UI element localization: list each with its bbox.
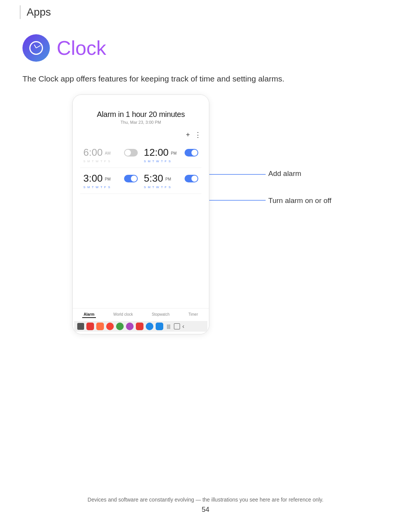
callout-turn-alarm-label: Turn alarm on or off (268, 197, 331, 204)
toggle-knob-3 (131, 176, 137, 182)
nav-home-icon (174, 323, 180, 329)
alarm-item-1: 6:00 AM S M T W T F S (80, 142, 141, 168)
app-icon-8 (156, 323, 163, 330)
alarm-toggle-1[interactable] (124, 149, 138, 157)
alarm-days-4: S M T W T F S (144, 185, 198, 189)
alarm-time-4: 5:30 (144, 173, 163, 184)
alarm-ampm-4: PM (166, 177, 171, 181)
screen-inner: Alarm in 1 hour 20 minutes Thu, Mar 23, … (73, 95, 209, 308)
clock-hand-minute-icon (36, 45, 41, 48)
toggle-knob-1 (125, 150, 131, 156)
alarm-time-row-4: 5:30 PM (144, 173, 198, 184)
alarm-ampm-2: PM (171, 151, 177, 155)
clock-app-icon (22, 34, 50, 62)
tab-world-clock[interactable]: World clock (112, 312, 135, 318)
toggle-knob-2 (191, 150, 198, 156)
spacer (80, 194, 201, 217)
alarm-days-3: S M T W T F S (83, 185, 138, 189)
page-footer: Devices and software are constantly evol… (0, 497, 411, 514)
page-title-section: Clock (22, 34, 106, 62)
breadcrumb-divider (20, 5, 21, 19)
callout-add-alarm-label: Add alarm (268, 169, 301, 178)
alarm-ampm-3: PM (105, 177, 111, 181)
alarm-banner: Alarm in 1 hour 20 minutes Thu, Mar 23, … (80, 104, 201, 128)
alarm-item-4: 5:30 PM S M T W T F S (141, 168, 201, 194)
alarm-time-1: 6:00 (83, 147, 103, 158)
tab-timer[interactable]: Timer (187, 312, 199, 318)
alarm-grid: 6:00 AM S M T W T F S (80, 142, 201, 194)
page-description: The Clock app offers features for keepin… (22, 74, 284, 83)
clock-icon-face (29, 41, 43, 55)
breadcrumb: Apps (20, 5, 51, 19)
app-icon-3 (106, 323, 114, 330)
app-icon-5 (126, 323, 134, 330)
footer-note: Devices and software are constantly evol… (0, 497, 411, 503)
alarm-time-3: 3:00 (83, 173, 103, 184)
app-icons-row: ||| ‹ (74, 321, 207, 332)
alarm-item-2: 12:00 PM S M T W T F S (141, 142, 201, 168)
app-icon-1 (86, 323, 94, 330)
alarm-item-3: 3:00 PM S M T W T F S (80, 168, 141, 194)
nav-back-icon: ‹ (182, 323, 184, 330)
app-icon-7 (146, 323, 153, 330)
phone-mockup: Alarm in 1 hour 20 minutes Thu, Mar 23, … (72, 94, 209, 334)
page-number: 54 (0, 506, 411, 514)
alarm-time-2: 12:00 (144, 147, 169, 158)
app-icon-6 (136, 323, 143, 330)
alarm-time-row-2: 12:00 PM (144, 147, 198, 158)
alarm-toggle-2[interactable] (185, 149, 198, 157)
add-alarm-button[interactable]: + (186, 131, 190, 139)
app-icon-2 (96, 323, 104, 330)
callout-add-alarm: Add alarm (268, 169, 301, 178)
phone-screen: Alarm in 1 hour 20 minutes Thu, Mar 23, … (72, 94, 209, 334)
alarm-banner-subtitle: Thu, Mar 23, 3:00 PM (80, 120, 201, 125)
alarm-ampm-1: AM (105, 151, 111, 155)
alarm-toggle-3[interactable] (124, 175, 138, 182)
app-icon-chrome (116, 323, 124, 330)
tab-alarm[interactable]: Alarm (82, 312, 96, 318)
page-title: Clock (57, 37, 106, 59)
bottom-nav: Alarm World clock Stopwatch Timer (73, 308, 209, 334)
alarm-time-row-3: 3:00 PM (83, 173, 138, 184)
nav-recent-icon: ||| (166, 323, 172, 329)
menu-button[interactable]: ⋮ (194, 131, 201, 139)
alarm-days-1: S M T W T F S (83, 160, 138, 163)
app-grid-icon (77, 323, 84, 330)
alarm-toggle-4[interactable] (185, 175, 198, 182)
toggle-knob-4 (191, 176, 198, 182)
breadcrumb-label: Apps (27, 6, 51, 18)
tab-stopwatch[interactable]: Stopwatch (150, 312, 171, 318)
toolbar-row: + ⋮ (80, 128, 201, 141)
callout-turn-alarm: Turn alarm on or off (268, 197, 331, 205)
alarm-banner-title: Alarm in 1 hour 20 minutes (80, 110, 201, 119)
alarm-time-row-1: 6:00 AM (83, 147, 138, 158)
alarm-days-2: S M T W T F S (144, 160, 198, 163)
nav-tabs: Alarm World clock Stopwatch Timer (74, 312, 207, 318)
